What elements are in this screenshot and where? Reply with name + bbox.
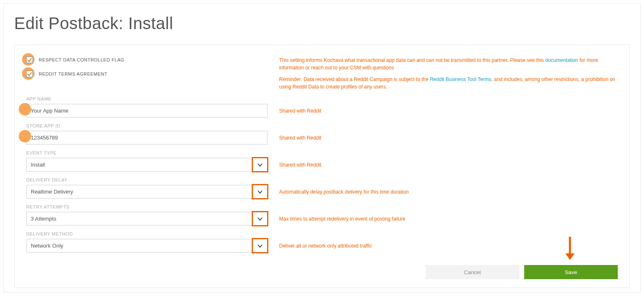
page-frame: Edit Postback: Install RESPECT DATA CONT… bbox=[3, 3, 641, 292]
field-help: Deliver all or network only attributed t… bbox=[268, 231, 618, 249]
info-panel: This setting informs Kochava what transa… bbox=[268, 56, 618, 91]
form-panel: RESPECT DATA CONTROLLED FLAG REDDIT TERM… bbox=[14, 44, 630, 288]
event-type-select[interactable]: Install bbox=[26, 158, 268, 172]
store-id-input[interactable] bbox=[26, 131, 268, 145]
select-value: 3 Attempts bbox=[26, 212, 268, 226]
field-label: EVENT TYPE bbox=[26, 150, 268, 155]
field-delivery-method: DELIVERY METHOD Network Only bbox=[26, 231, 268, 253]
field-label: STORE APP ID bbox=[26, 123, 268, 128]
retry-attempts-select[interactable]: 3 Attempts bbox=[26, 212, 268, 226]
delivery-delay-select[interactable]: Realtime Delivery bbox=[26, 185, 268, 199]
field-help: Shared with Reddit bbox=[268, 123, 618, 141]
checkbox-reddit-terms[interactable]: REDDIT TERMS AGREEMENT bbox=[26, 71, 268, 77]
field-app-name: APP NAME bbox=[26, 96, 268, 118]
save-button[interactable]: Save bbox=[524, 265, 618, 279]
delivery-method-select[interactable]: Network Only bbox=[26, 239, 268, 253]
field-label: RETRY ATTEMPTS bbox=[26, 204, 268, 209]
field-label: DELIVERY METHOD bbox=[26, 231, 268, 236]
reddit-terms-link[interactable]: Reddit Business Tool Terms bbox=[430, 76, 491, 82]
cancel-button[interactable]: Cancel bbox=[426, 265, 519, 279]
highlight-circle bbox=[19, 130, 31, 142]
field-help: Shared with Reddit bbox=[268, 150, 618, 168]
field-retry-attempts: RETRY ATTEMPTS 3 Attempts bbox=[26, 204, 268, 226]
select-value: Network Only bbox=[26, 239, 268, 253]
checkbox-icon bbox=[26, 71, 33, 77]
checkbox-label: REDDIT TERMS AGREEMENT bbox=[39, 71, 107, 76]
checkbox-label: RESPECT DATA CONTROLLED FLAG bbox=[39, 57, 124, 62]
top-row: RESPECT DATA CONTROLLED FLAG REDDIT TERM… bbox=[26, 56, 618, 91]
page-title: Edit Postback: Install bbox=[14, 14, 630, 33]
checkbox-icon bbox=[26, 56, 33, 63]
field-label: APP NAME bbox=[26, 96, 268, 101]
field-label: DELIVERY DELAY bbox=[26, 177, 268, 182]
field-delivery-delay: DELIVERY DELAY Realtime Delivery bbox=[26, 177, 268, 199]
select-value: Realtime Delivery bbox=[26, 185, 268, 199]
field-help: Automatically delay postback delivery fo… bbox=[268, 177, 618, 195]
info-text: Reminder: Data received about a Reddit C… bbox=[279, 76, 430, 82]
highlight-circle bbox=[19, 103, 31, 115]
app-name-input[interactable] bbox=[26, 104, 268, 118]
field-store-id: STORE APP ID bbox=[26, 123, 268, 145]
select-value: Install bbox=[26, 158, 268, 172]
checkbox-respect-data[interactable]: RESPECT DATA CONTROLLED FLAG bbox=[26, 56, 268, 63]
svg-rect-1 bbox=[27, 71, 33, 77]
svg-rect-0 bbox=[27, 57, 33, 63]
info-text: This setting informs Kochava what transa… bbox=[279, 57, 545, 63]
action-bar: Cancel Save bbox=[26, 265, 618, 279]
documentation-link[interactable]: documentation bbox=[545, 57, 578, 63]
field-help: Max times to attempt redelivery in event… bbox=[268, 204, 618, 222]
field-help: Shared with Reddit bbox=[268, 96, 618, 114]
field-event-type: EVENT TYPE Install bbox=[26, 150, 268, 172]
